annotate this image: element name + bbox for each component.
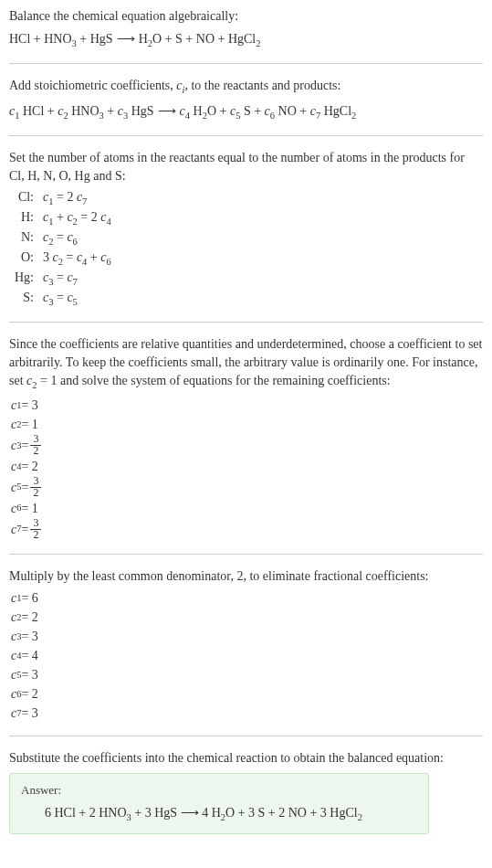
coef-row: c4 = 4 bbox=[11, 646, 483, 665]
h: H bbox=[194, 104, 203, 118]
divider bbox=[9, 135, 483, 136]
coef-row: c4 = 2 bbox=[11, 457, 483, 476]
eq: = bbox=[78, 210, 91, 224]
p3: 4 H bbox=[199, 806, 221, 820]
hgs: HgS bbox=[131, 104, 154, 118]
atom-row-o: O: 3 c2 = c4 + c6 bbox=[15, 249, 111, 269]
plus: + bbox=[53, 210, 67, 224]
atoms-text: Set the number of atoms in the reactants… bbox=[9, 149, 483, 185]
arrow: ⟶ bbox=[113, 32, 139, 46]
section-balance-intro: Balance the chemical equation algebraica… bbox=[9, 7, 483, 50]
atom-label: Cl: bbox=[15, 188, 43, 208]
coef-value: = 2 bbox=[21, 684, 37, 704]
hcl: HCl bbox=[23, 104, 44, 118]
sub: 7 bbox=[73, 277, 78, 287]
coef-value: = 3 bbox=[21, 704, 37, 723]
two: 2 bbox=[67, 190, 77, 204]
arrow: ⟶ bbox=[181, 806, 199, 820]
frac-denominator: 2 bbox=[30, 530, 41, 541]
p1: 6 HCl + 2 HNO bbox=[45, 806, 127, 820]
plus: + bbox=[162, 32, 175, 46]
plus: + bbox=[215, 32, 228, 46]
sub: 7 bbox=[82, 196, 87, 206]
term-o: O bbox=[152, 32, 162, 46]
atom-label: S: bbox=[15, 289, 43, 309]
plus: + bbox=[30, 32, 44, 46]
c2-sub: 2 bbox=[63, 110, 68, 120]
term-no: NO bbox=[196, 32, 215, 46]
fraction: 32 bbox=[30, 476, 41, 499]
section-multiply: Multiply by the least common denominator… bbox=[9, 567, 483, 724]
plus: + bbox=[251, 104, 265, 118]
coef-value: = 6 bbox=[21, 588, 37, 608]
coef-row: c1 = 3 bbox=[11, 396, 483, 415]
eq: = bbox=[53, 230, 67, 244]
o: O bbox=[207, 104, 216, 118]
coef-eq: = 3 bbox=[21, 396, 37, 415]
term-s: S bbox=[175, 32, 183, 46]
atom-row-cl: Cl: c1 = 2 c7 bbox=[15, 188, 111, 208]
coef-row: c3 = 3 bbox=[11, 627, 483, 646]
coef-value: = 3 bbox=[21, 665, 37, 684]
plus: + bbox=[297, 104, 310, 118]
substitute-text: Substitute the coefficients into the che… bbox=[9, 749, 483, 767]
no: NO bbox=[278, 104, 297, 118]
plus: + bbox=[87, 250, 100, 264]
coef-list-integer: c1 = 6c2 = 2c3 = 3c4 = 4c5 = 3c6 = 2c7 =… bbox=[11, 588, 483, 723]
coef-row: c3 = 32 bbox=[11, 434, 483, 457]
atom-eq: c2 = c6 bbox=[43, 228, 111, 249]
plus: + bbox=[216, 104, 230, 118]
divider bbox=[9, 736, 483, 736]
atom-label: O: bbox=[15, 249, 43, 269]
section-substitute: Substitute the coefficients into the che… bbox=[9, 749, 483, 834]
atom-row-s: S: c3 = c5 bbox=[15, 289, 111, 309]
term-hcl: HCl bbox=[9, 32, 30, 46]
text-part-b: , to the reactants and products: bbox=[184, 79, 340, 92]
sub: 6 bbox=[106, 257, 110, 267]
balanced-equation: 6 HCl + 2 HNO3 + 3 HgS ⟶ 4 H2O + 3 S + 2… bbox=[45, 803, 417, 825]
divider bbox=[9, 554, 483, 555]
two: 2 bbox=[91, 210, 101, 224]
section-atoms: Set the number of atoms in the reactants… bbox=[9, 149, 483, 309]
text-b: = 1 and solve the system of equations fo… bbox=[37, 374, 391, 387]
term-hno: HNO bbox=[44, 32, 71, 46]
eq: = bbox=[53, 291, 67, 304]
coef-row: c7 = 3 bbox=[11, 704, 483, 723]
section-solve: Since the coefficients are relative quan… bbox=[9, 335, 483, 540]
atom-row-hg: Hg: c3 = c7 bbox=[15, 269, 111, 289]
coef-row: c7 = 32 bbox=[11, 518, 483, 541]
divider bbox=[9, 322, 483, 323]
atom-eq: 3 c2 = c4 + c6 bbox=[43, 249, 111, 269]
coef-value: = 4 bbox=[21, 646, 37, 665]
unbalanced-equation: HCl + HNO3 + HgS⟶H2O + S + NO + HgCl2 bbox=[9, 29, 483, 51]
arrow: ⟶ bbox=[154, 104, 180, 118]
atom-label: N: bbox=[15, 228, 43, 249]
frac-denominator: 2 bbox=[30, 446, 41, 457]
coef-row: c2 = 2 bbox=[11, 608, 483, 627]
coef-row: c6 = 1 bbox=[11, 499, 483, 518]
coef-eq: = 1 bbox=[21, 499, 37, 518]
coef-list-fractional: c1 = 3c2 = 1c3 = 32c4 = 2c5 = 32c6 = 1c7… bbox=[11, 396, 483, 540]
plus: + bbox=[104, 104, 118, 118]
term-hgcl: HgCl bbox=[228, 32, 256, 46]
atom-eq: c3 = c7 bbox=[43, 269, 111, 289]
coeff-equation: c1 HCl + c2 HNO3 + c3 HgS⟶c4 H2O + c5 S … bbox=[9, 101, 483, 123]
divider bbox=[9, 63, 483, 64]
hno: HNO bbox=[71, 104, 99, 118]
coef-eq: = 1 bbox=[21, 415, 37, 434]
plus: + bbox=[77, 32, 90, 46]
sub: 4 bbox=[106, 217, 110, 227]
atom-eq: c1 + c2 = 2 c4 bbox=[43, 208, 111, 228]
solve-text: Since the coefficients are relative quan… bbox=[9, 335, 483, 392]
sub2b: 2 bbox=[358, 812, 362, 822]
fraction: 32 bbox=[30, 518, 41, 541]
coef-row: c6 = 2 bbox=[11, 684, 483, 704]
sub2b: 2 bbox=[351, 110, 356, 120]
stoich-text: Add stoichiometric coefficients, ci, to … bbox=[9, 77, 483, 97]
coef-value: = 3 bbox=[21, 627, 37, 646]
term-hgs: HgS bbox=[90, 32, 113, 46]
hgcl: HgCl bbox=[324, 104, 351, 118]
intro-text: Balance the chemical equation algebraica… bbox=[9, 7, 483, 26]
answer-label: Answer: bbox=[21, 783, 417, 798]
plus: + bbox=[44, 104, 58, 118]
